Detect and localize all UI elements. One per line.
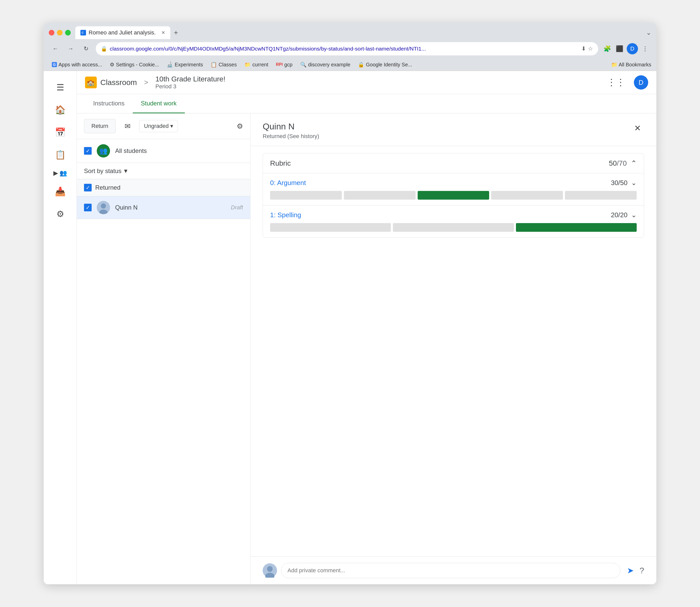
tab-favicon: C [80, 30, 86, 36]
detail-content: Rubric 50/70 ⌃ 0: Argument [250, 146, 656, 557]
rubric-title: Rubric [270, 159, 609, 167]
rubric-score: 50/70 [609, 159, 627, 167]
spelling-segment-1[interactable] [270, 223, 391, 232]
settings-icon-btn[interactable]: ⚙ [50, 204, 70, 224]
back-button[interactable]: ← [50, 43, 61, 55]
student-list-pane: Return ✉ Ungraded ▾ ⚙ [77, 113, 250, 584]
course-period: Period 3 [156, 83, 225, 90]
bookmark-settings-cookie[interactable]: ⚙ Settings - Cookie... [107, 61, 162, 69]
maximize-traffic-light[interactable] [65, 30, 71, 36]
all-students-checkbox[interactable]: ✓ [84, 147, 91, 155]
address-bar[interactable]: 🔒 classroom.google.com/u/0/c/NjEyMDI4ODI… [96, 42, 598, 56]
detail-header: Quinn N Returned (See history) ✕ [250, 113, 656, 146]
download-icon[interactable]: ⬇ [581, 45, 586, 52]
tab-end-button[interactable]: ⌄ [646, 29, 651, 36]
bookmark-google-identity[interactable]: 🔒 Google Identity Se... [355, 61, 415, 69]
spelling-score-value: 20 [611, 211, 618, 219]
left-nav: ☰ 🏠 📅 📋 ▶ 👥 📥 ⚙ [44, 71, 77, 584]
all-bookmarks-label: All Bookmarks [619, 62, 651, 67]
inbox-icon: 📥 [55, 186, 66, 196]
minimize-traffic-light[interactable] [57, 30, 63, 36]
menu-icon: ☰ [57, 82, 64, 92]
browser-toolbar-icons: 🧩 ⬛ D ⋮ [602, 43, 650, 55]
segment-5[interactable] [565, 191, 637, 200]
settings-gear-button[interactable]: ⚙ [236, 122, 243, 130]
spelling-expand-button[interactable]: ⌄ [631, 211, 637, 219]
help-button[interactable]: ? [639, 566, 644, 575]
calendar-icon: 📅 [55, 127, 66, 137]
return-button[interactable]: Return [84, 119, 116, 133]
bookmark-label: Apps with access... [59, 62, 102, 68]
tab-instructions[interactable]: Instructions [85, 94, 133, 113]
section-returned: ✓ Returned [77, 179, 250, 196]
settings-icon: ⚙ [57, 209, 64, 219]
segment-3-selected[interactable] [418, 191, 489, 200]
close-detail-button[interactable]: ✕ [631, 122, 644, 135]
home-icon-btn[interactable]: 🏠 [50, 100, 70, 120]
send-comment-button[interactable]: ➤ [627, 566, 634, 575]
bookmark-icon[interactable]: ☆ [588, 45, 593, 52]
expand-arrow-icon: ▶ [53, 169, 58, 176]
tab-student-work[interactable]: Student work [133, 94, 185, 113]
folder-icon: 📁 [611, 62, 618, 67]
rubric-score-value: 50 [609, 159, 617, 167]
student-checkbox-quinn[interactable]: ✓ [84, 204, 91, 211]
student-status-detail: Returned (See history) [263, 133, 631, 140]
bookmark-classes-icon: 📋 [211, 62, 217, 68]
comment-input[interactable] [281, 563, 620, 578]
rubric-expand-button[interactable]: ⌃ [631, 159, 637, 167]
segment-2[interactable] [344, 191, 416, 200]
inbox-icon-btn[interactable]: 📥 [50, 181, 70, 202]
sort-label: Sort by status [84, 167, 122, 174]
extensions-icon[interactable]: 🧩 [602, 44, 613, 54]
bookmark-label: discovery example [308, 62, 351, 68]
bookmark-gcp[interactable]: RPI gcp [273, 61, 296, 69]
forward-button[interactable]: → [65, 43, 76, 55]
more-icon[interactable]: ⋮ [640, 44, 650, 54]
sort-dropdown-arrow[interactable]: ▾ [124, 167, 127, 175]
rubric-item-argument: 0: Argument 30/50 ⌄ [263, 173, 644, 206]
calendar-icon-btn[interactable]: 📅 [50, 122, 70, 142]
tab-title: Romeo and Juliet analysis. [88, 29, 156, 36]
app-profile-badge[interactable]: D [634, 75, 648, 90]
course-info: 10th Grade Literature! Period 3 [156, 75, 225, 90]
close-traffic-light[interactable] [49, 30, 54, 36]
segment-4[interactable] [491, 191, 563, 200]
rubric-total-value: 70 [619, 159, 627, 167]
google-apps-icon[interactable]: ⋮⋮ [607, 77, 625, 88]
student-row-quinn[interactable]: ✓ Quinn N Draft [77, 196, 250, 219]
lock-bookmark-icon: 🔒 [358, 62, 364, 68]
new-tab-button[interactable]: + [171, 28, 181, 37]
student-status-quinn: Draft [231, 204, 243, 211]
bookmark-label: gcp [284, 62, 292, 68]
breadcrumb-separator: > [144, 78, 148, 86]
browser-profile-badge[interactable]: D [627, 43, 638, 55]
all-bookmarks-button[interactable]: 📁 All Bookmarks [611, 62, 651, 68]
classroom-logo-text: Classroom [100, 78, 137, 87]
assignment-icon-btn[interactable]: 📋 [50, 145, 70, 165]
refresh-button[interactable]: ↻ [80, 43, 91, 55]
menu-icon-btn[interactable]: ☰ [50, 77, 70, 98]
content-area: Return ✉ Ungraded ▾ ⚙ [77, 113, 656, 584]
segment-1[interactable] [270, 191, 342, 200]
active-tab[interactable]: C Romeo and Juliet analysis. ✕ [75, 26, 170, 39]
argument-expand-button[interactable]: ⌄ [631, 179, 637, 187]
folder-icon: 📁 [244, 62, 251, 68]
sidebar-toggle-icon[interactable]: ⬛ [615, 44, 625, 54]
bookmark-classes[interactable]: 📋 Classes [208, 61, 240, 69]
bookmark-current[interactable]: 📁 current [241, 61, 271, 69]
comment-area: ➤ ? [250, 557, 656, 584]
tab-close-button[interactable]: ✕ [161, 30, 165, 36]
people-expand-row[interactable]: ▶ 👥 [49, 167, 71, 179]
bookmark-label: current [252, 62, 268, 68]
bookmark-apps-with-access[interactable]: G Apps with access... [49, 61, 105, 69]
spelling-segment-2[interactable] [393, 223, 514, 232]
spelling-segment-3-selected[interactable] [516, 223, 637, 232]
email-icon-btn[interactable]: ✉ [120, 119, 135, 134]
bookmark-discovery-example[interactable]: 🔍 discovery example [297, 61, 354, 69]
returned-section-checkbox[interactable]: ✓ [84, 184, 91, 191]
grade-select[interactable]: Ungraded ▾ [139, 120, 178, 132]
app-header: 🏫 Classroom > 10th Grade Literature! Per… [77, 71, 656, 94]
bookmark-experiments[interactable]: 🔬 Experiments [164, 61, 206, 69]
argument-score-bar [270, 191, 637, 200]
